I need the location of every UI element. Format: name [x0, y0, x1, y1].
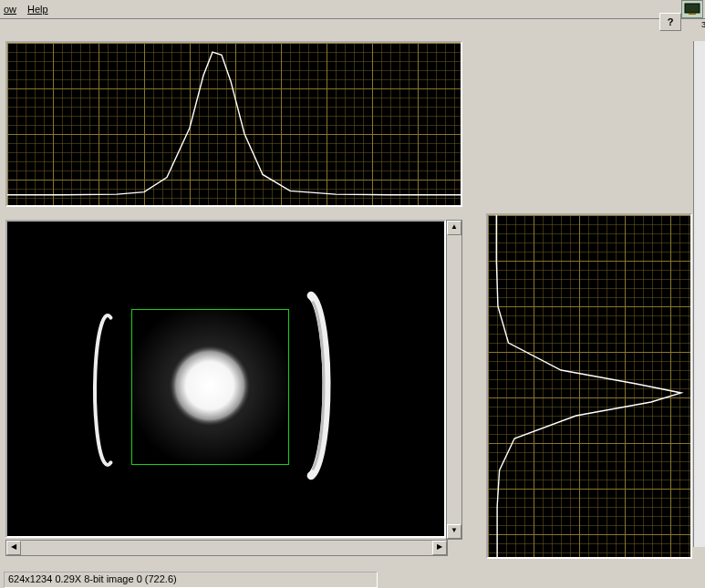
- vertical-profile-canvas: [488, 215, 690, 557]
- device-badge: 3: [701, 20, 705, 29]
- scroll-down-arrow[interactable]: ▼: [447, 524, 461, 539]
- status-bar: 624x1234 0.29X 8-bit image 0 (722.6): [4, 572, 378, 588]
- device-icon[interactable]: [681, 0, 703, 18]
- menu-bar: ow Help: [0, 0, 705, 19]
- image-horizontal-scrollbar[interactable]: ◀ ▶: [5, 540, 448, 556]
- horizontal-profile-canvas: [7, 43, 461, 205]
- horizontal-profile-panel: [5, 41, 462, 207]
- image-canvas[interactable]: [7, 222, 444, 536]
- menu-item-window[interactable]: ow: [4, 4, 16, 15]
- window-vertical-scrollbar[interactable]: [693, 41, 705, 547]
- image-view[interactable]: [5, 220, 446, 538]
- scroll-up-arrow[interactable]: ▲: [447, 221, 461, 235]
- svg-rect-1: [689, 13, 696, 15]
- help-button[interactable]: ?: [659, 13, 681, 31]
- menu-item-help[interactable]: Help: [27, 4, 48, 15]
- vertical-profile-panel: [486, 213, 692, 559]
- scroll-right-arrow[interactable]: ▶: [432, 541, 447, 555]
- scroll-left-arrow[interactable]: ◀: [6, 541, 21, 555]
- svg-rect-0: [685, 4, 700, 13]
- image-vertical-scrollbar[interactable]: ▲ ▼: [446, 220, 462, 540]
- corner-icons: ? 3: [659, 0, 705, 31]
